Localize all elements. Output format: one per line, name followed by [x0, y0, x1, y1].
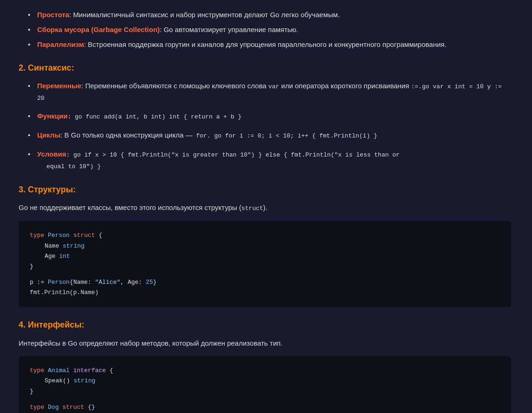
empty-struct: {}	[88, 404, 95, 411]
rbrace-2: }	[153, 279, 157, 286]
person-type-ref: Person	[48, 279, 70, 286]
conditions-code: : go if x > 10 { fmt.Println("x is great…	[66, 151, 400, 158]
feature-bold-1: Простота	[37, 11, 69, 19]
int-type: int	[59, 253, 70, 260]
type-keyword-3: type	[30, 404, 44, 411]
list-item: Простота: Минималистичный синтаксис и на…	[28, 9, 511, 20]
variables-item: Переменные: Переменные объявляются с пом…	[28, 80, 511, 104]
functions-item: Функции: go func add(a int, b int) int {…	[28, 111, 511, 122]
alice-string: "Alice"	[95, 279, 120, 286]
close-brace-iface: }	[30, 388, 33, 395]
code-line-6: p := Person{Name: "Alice", Age: 25}	[30, 277, 500, 288]
structs-desc-end: ).	[263, 203, 267, 211]
feature-bold-3: Параллелизм	[37, 40, 84, 48]
loops-text: : В Go только одна конструкция цикла —	[60, 131, 192, 139]
person-name: Person	[48, 232, 73, 239]
loops-bold: Циклы	[37, 131, 60, 139]
code-line-1: type Person struct {	[30, 230, 500, 241]
struct-keyword: struct	[242, 205, 263, 212]
conditions-code2: equal to 10") }	[37, 163, 101, 170]
syntax-heading: 2. Синтаксис:	[19, 61, 511, 75]
features-list: Простота: Минималистичный синтаксис и на…	[19, 9, 511, 50]
age-number: 25	[146, 279, 153, 286]
feature-text-2: : Go автоматизирует управление памятью.	[160, 26, 298, 33]
string-type: string	[63, 243, 85, 249]
iface-line-5: type Dog struct {}	[30, 402, 500, 413]
conditions-bold: Условия	[37, 150, 66, 158]
speak-method: Speak()	[45, 377, 73, 384]
code-line-5	[30, 272, 500, 277]
code-line-7: fmt.Println(p.Name)	[30, 288, 500, 298]
iface-line-1: type Animal interface {	[30, 366, 500, 376]
structs-description: Go не поддерживает классы, вместо этого …	[19, 202, 511, 214]
var-keyword: var	[268, 83, 279, 90]
main-content: Простота: Минималистичный синтаксис и на…	[19, 9, 511, 413]
loops-for: for.	[192, 132, 210, 139]
functions-bold: Функции	[37, 112, 67, 120]
println-call: fmt.Println(p.Name)	[30, 289, 99, 296]
interfaces-code-block: type Animal interface { Speak() string }…	[19, 356, 511, 413]
structs-code-block: type Person struct { Name string Age int…	[19, 221, 511, 307]
code-line-2: Name string	[30, 241, 500, 251]
feature-bold-2: Сборка мусора (Garbage Collection)	[37, 26, 160, 33]
interfaces-heading: 4. Интерфейсы:	[19, 318, 511, 332]
conditions-item: Условия: go if x > 10 { fmt.Println("x i…	[28, 149, 511, 172]
struct-keyword-2: struct	[73, 232, 95, 239]
variables-mid: или оператора короткого присваивания	[279, 82, 411, 90]
type-keyword-2: type	[30, 367, 44, 374]
animal-name: Animal	[48, 367, 73, 374]
name-field: Name	[45, 243, 63, 249]
syntax-list: Переменные: Переменные объявляются с пом…	[19, 80, 511, 172]
p-var: p :=	[30, 279, 48, 286]
functions-code: : go func add(a int, b int) int { return…	[67, 113, 241, 120]
structs-desc-start: Go не поддерживает классы, вместо этого …	[19, 203, 242, 211]
interface-keyword: interface	[73, 367, 106, 374]
close-brace-1: }	[30, 263, 33, 270]
lbrace-2: {Name:	[70, 279, 95, 286]
struct-keyword-3: struct	[62, 404, 84, 411]
open-brace-iface: {	[110, 367, 113, 374]
type-keyword: type	[30, 232, 44, 239]
code-line-4: }	[30, 262, 500, 272]
structs-heading: 3. Структуры:	[19, 183, 511, 197]
string-return: string	[73, 377, 95, 384]
interfaces-description: Интерфейсы в Go определяют набор методов…	[19, 337, 511, 349]
loops-item: Циклы: В Go только одна конструкция цикл…	[28, 130, 511, 141]
open-brace-1: {	[99, 232, 102, 239]
age-label: , Age:	[120, 279, 146, 286]
loops-example: go for i := 0; i < 10; i++ { fmt.Println…	[210, 132, 377, 139]
variables-bold: Переменные	[37, 82, 81, 90]
feature-text-1: : Минималистичный синтаксис и набор инст…	[69, 11, 340, 19]
dog-name: Dog	[48, 404, 62, 411]
iface-line-3: }	[30, 387, 500, 397]
feature-text-3: : Встроенная поддержка горутин и каналов…	[84, 40, 447, 48]
iface-line-4	[30, 397, 500, 402]
assign-op: :=.	[411, 83, 422, 90]
iface-line-2: Speak() string	[30, 376, 500, 386]
list-item: Параллелизм: Встроенная поддержка горути…	[28, 39, 511, 50]
age-field: Age	[45, 253, 59, 260]
list-item: Сборка мусора (Garbage Collection): Go а…	[28, 24, 511, 35]
variables-text: : Переменные объявляются с помощью ключе…	[81, 82, 268, 90]
code-line-3: Age int	[30, 251, 500, 262]
